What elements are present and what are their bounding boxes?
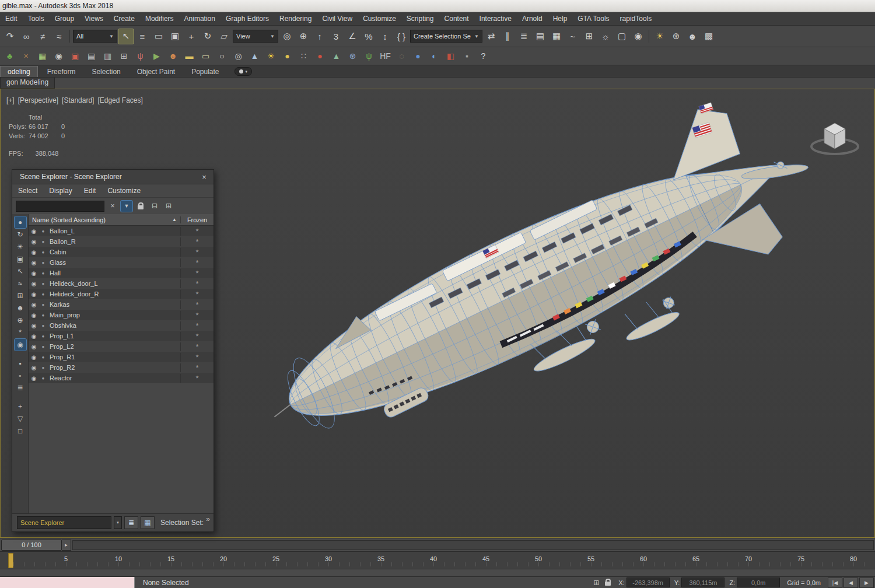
- menu-item[interactable]: Modifiers: [140, 12, 179, 25]
- display-shapes-icon[interactable]: ↻: [15, 229, 26, 240]
- terrain-icon[interactable]: ▲: [329, 50, 344, 63]
- open-explorer-icon[interactable]: ▦: [141, 516, 155, 529]
- viewport-menu-pov[interactable]: [Perspective]: [18, 96, 58, 104]
- menu-item[interactable]: Scripting: [401, 12, 439, 25]
- time-slider-handle[interactable]: 0 / 100: [1, 540, 62, 551]
- play-icon[interactable]: ▶: [859, 578, 874, 588]
- edit-named-selection-sets-icon[interactable]: { }: [394, 29, 409, 44]
- menu-item[interactable]: Content: [439, 12, 474, 25]
- next-frame-step-icon[interactable]: ▸: [62, 540, 71, 551]
- layers-stack-icon[interactable]: ≣: [124, 516, 138, 529]
- scene-object-row[interactable]: ◉ ● Prop_R1 *: [29, 352, 214, 362]
- tab-modeling[interactable]: odeling: [0, 66, 38, 77]
- axe-icon[interactable]: ×: [19, 50, 33, 63]
- viewport-menu-general[interactable]: [+]: [6, 96, 15, 104]
- menu-item[interactable]: Customize: [358, 12, 401, 25]
- display-groups-icon[interactable]: ⊞: [15, 290, 26, 302]
- curve-editor-icon[interactable]: ~: [565, 29, 580, 44]
- list-header[interactable]: Name (Sorted Ascending) ▲ Frozen: [29, 214, 214, 226]
- asset-tracking-icon[interactable]: ☻: [685, 29, 700, 44]
- frozen-toggle-icon[interactable]: *: [180, 342, 214, 351]
- ribbon-config-icon[interactable]: ▾: [235, 67, 253, 76]
- select-and-manipulate-icon[interactable]: ⊕: [296, 29, 311, 44]
- sun-light-icon[interactable]: ☀: [264, 50, 278, 63]
- red-sphere-icon[interactable]: ●: [313, 50, 327, 63]
- pick-parent-icon[interactable]: +: [15, 401, 26, 412]
- advanced-filter-icon[interactable]: ⊞: [163, 201, 174, 212]
- lock-explorer-icon[interactable]: [135, 201, 146, 212]
- video-camera-icon[interactable]: ▶: [149, 50, 164, 63]
- display-bones-icon[interactable]: ☻: [15, 302, 26, 314]
- display-cameras-icon[interactable]: ▣: [15, 253, 26, 265]
- redo-icon[interactable]: ↷: [2, 29, 18, 44]
- display-helpers-icon[interactable]: ↖: [15, 265, 26, 277]
- visibility-eye-icon[interactable]: ◉: [29, 344, 39, 350]
- select-invert-icon[interactable]: ≣: [15, 382, 26, 394]
- visibility-eye-icon[interactable]: ◉: [29, 333, 39, 340]
- frozen-toggle-icon[interactable]: *: [180, 290, 214, 299]
- menu-item[interactable]: Rendering: [274, 12, 317, 25]
- scene-object-row[interactable]: ◉ ● Ballon_R *: [29, 236, 214, 247]
- visibility-eye-icon[interactable]: ◉: [29, 323, 39, 329]
- scene-object-row[interactable]: ◉ ● Helideck_door_R *: [29, 289, 214, 299]
- earth-icon[interactable]: ◐: [427, 50, 442, 63]
- visibility-eye-icon[interactable]: ◉: [29, 260, 39, 266]
- monitor-icon[interactable]: ▤: [84, 50, 99, 63]
- select-all-icon[interactable]: ▪: [15, 358, 26, 369]
- scene-object-row[interactable]: ◉ ● Ballon_L *: [29, 226, 214, 236]
- table-icon[interactable]: ▦: [35, 50, 50, 63]
- go-to-start-icon[interactable]: |◀: [828, 578, 842, 588]
- menu-item[interactable]: Graph Editors: [220, 12, 274, 25]
- visibility-eye-icon[interactable]: ◉: [29, 270, 39, 276]
- scene-explorer-menu-item[interactable]: Edit: [78, 187, 102, 195]
- eye-toggle-icon[interactable]: ◉: [51, 50, 66, 63]
- hf-icon[interactable]: HF: [378, 50, 393, 63]
- blue-sphere-icon[interactable]: ●: [411, 50, 425, 63]
- select-and-move-icon[interactable]: +: [184, 29, 199, 44]
- populate-people-icon[interactable]: ☻: [166, 50, 180, 63]
- x-value-field[interactable]: -263,398m: [626, 578, 670, 587]
- scene-search-input[interactable]: [16, 201, 104, 212]
- scene-explorer-menu-item[interactable]: Customize: [102, 187, 146, 195]
- scene-object-row[interactable]: ◉ ● Prop_L2 *: [29, 341, 214, 352]
- close-icon[interactable]: ×: [200, 173, 209, 181]
- selection-filter-dropdown[interactable]: All ▼: [73, 30, 117, 43]
- scene-explorer-titlebar[interactable]: Scene Explorer - Scene Explorer ×: [12, 170, 214, 184]
- menu-item[interactable]: Group: [50, 12, 79, 25]
- select-and-rotate-icon[interactable]: ↻: [200, 29, 215, 44]
- gear-globe-icon[interactable]: ⊛: [345, 50, 360, 63]
- absolute-mode-toggle-icon[interactable]: ⊞: [590, 578, 602, 587]
- schematic-view-icon[interactable]: ⊞: [582, 29, 597, 44]
- visibility-eye-icon[interactable]: ◉: [29, 291, 39, 298]
- display-spacewarps-icon[interactable]: ≈: [15, 278, 26, 289]
- frozen-toggle-icon[interactable]: *: [180, 363, 214, 372]
- environment-icon[interactable]: ⊛: [668, 29, 684, 44]
- display-containers-icon[interactable]: ⊕: [15, 314, 26, 326]
- visibility-eye-icon[interactable]: ◉: [29, 312, 39, 318]
- scene-explorer-toggle-icon[interactable]: ▦: [549, 29, 564, 44]
- frozen-toggle-icon[interactable]: *: [180, 374, 214, 383]
- display-hidden-icon[interactable]: ◉: [15, 339, 26, 351]
- scene-object-row[interactable]: ◉ ● Reactor *: [29, 373, 214, 383]
- spreadsheet-icon[interactable]: ▥: [100, 50, 115, 63]
- scene-explorer-menu-item[interactable]: Select: [12, 187, 43, 195]
- clear-search-icon[interactable]: ×: [107, 201, 118, 212]
- visibility-eye-icon[interactable]: ◉: [29, 281, 39, 287]
- z-value-field[interactable]: 0,0m: [737, 578, 780, 587]
- visibility-eye-icon[interactable]: ◉: [29, 249, 39, 256]
- named-selection-set-dropdown[interactable]: Create Selection Se ▼: [410, 30, 482, 43]
- filter-funnel-icon[interactable]: ▽: [15, 413, 26, 425]
- window-crossing-icon[interactable]: ▣: [167, 29, 183, 44]
- select-and-scale-icon[interactable]: ▱: [216, 29, 232, 44]
- menu-item[interactable]: Interactive: [474, 12, 517, 25]
- toggle-ribbon-icon[interactable]: ▤: [533, 29, 548, 44]
- select-by-name-icon[interactable]: ≡: [135, 29, 150, 44]
- filter-icon[interactable]: ▼: [121, 201, 132, 212]
- use-pivot-point-icon[interactable]: ◎: [279, 29, 295, 44]
- visibility-eye-icon[interactable]: ◉: [29, 228, 39, 235]
- angle-snap-icon[interactable]: ∠: [345, 29, 360, 44]
- explorer-name-dropdown[interactable]: Scene Explorer: [17, 516, 111, 529]
- scene-explorer-menu-item[interactable]: Display: [43, 187, 78, 195]
- time-slider[interactable]: 0 / 100 ▸: [0, 538, 875, 551]
- cone-tool-icon[interactable]: ▲: [247, 50, 262, 63]
